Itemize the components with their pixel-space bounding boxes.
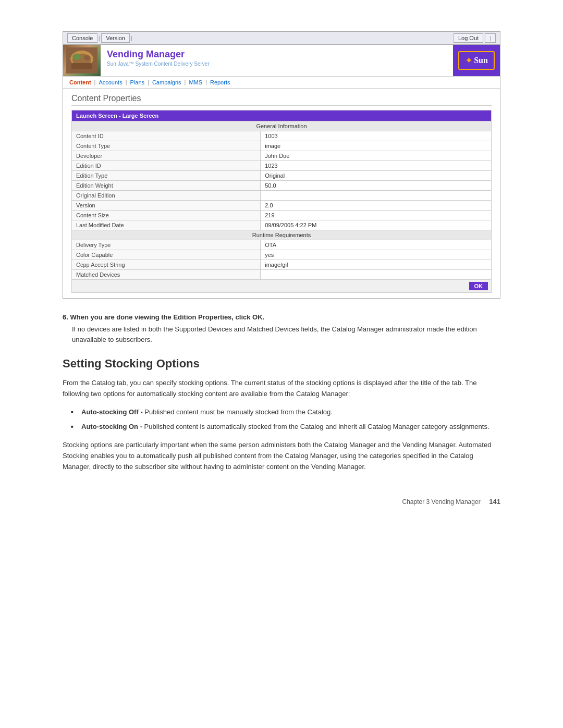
row-label: Content Size [72, 211, 261, 220]
sub-nav: Content | Accounts | Plans | Campaigns |… [63, 77, 500, 89]
table-row: Edition Type Original [72, 171, 492, 181]
row-label: Content Type [72, 141, 261, 151]
ok-cell: OK [72, 280, 492, 293]
intro-paragraph: From the Catalog tab, you can specify st… [63, 378, 500, 400]
svg-point-3 [72, 54, 81, 60]
row-label: Color Capable [72, 250, 261, 260]
sun-logo-box: ✦ Sun [458, 51, 495, 70]
row-label: Delivery Type [72, 240, 261, 250]
svg-rect-5 [71, 63, 92, 69]
instruction-body: If no devices are listed in both the Sup… [72, 324, 500, 344]
bullet-text-0: Published content must be manually stock… [143, 408, 333, 416]
page-footer: Chapter 3 Vending Manager 141 [63, 493, 500, 505]
row-value: 50.0 [261, 181, 492, 191]
row-value: John Doe [261, 151, 492, 161]
row-label: Last Modified Date [72, 220, 261, 230]
row-label: Content ID [72, 131, 261, 141]
ok-button[interactable]: OK [469, 282, 488, 290]
general-info-label: General Information [72, 121, 492, 131]
row-value: Original [261, 171, 492, 181]
nav-console[interactable]: Console [67, 33, 97, 43]
content-properties-title: Content Properties [71, 94, 492, 106]
row-value: 2.0 [261, 201, 492, 211]
ok-row: OK [72, 280, 492, 293]
row-value: 09/09/2005 4:22 PM [261, 220, 492, 230]
row-value: 1003 [261, 131, 492, 141]
row-label: Edition Weight [72, 181, 261, 191]
table-row: Developer John Doe [72, 151, 492, 161]
content-area: Content Properties Launch Screen - Large… [63, 89, 500, 298]
footer-chapter: Chapter 3 Vending Manager [402, 498, 481, 505]
body-content: 6. When you are done viewing the Edition… [63, 313, 500, 505]
row-value: yes [261, 250, 492, 260]
subnav-plans[interactable]: Plans [128, 79, 147, 86]
subnav-mms[interactable]: MMS [187, 79, 204, 86]
subnav-reports[interactable]: Reports [208, 79, 232, 86]
row-value [261, 191, 492, 201]
list-item: Auto-stocking On - Published content is … [73, 422, 500, 433]
row-value: 219 [261, 211, 492, 220]
nav-sep-3: | [485, 33, 496, 43]
header-food-logo [63, 45, 101, 76]
row-value: 1023 [261, 161, 492, 171]
row-label: Original Edition [72, 191, 261, 201]
subnav-content[interactable]: Content [67, 79, 93, 86]
row-value: image [261, 141, 492, 151]
properties-table: Launch Screen - Large Screen General Inf… [71, 110, 492, 293]
instruction-item: 6. When you are done viewing the Edition… [63, 313, 500, 344]
row-label: Ccpp Accept String [72, 260, 261, 270]
app-header: Vending Manager Sun Java™ System Content… [63, 45, 500, 77]
subnav-campaigns[interactable]: Campaigns [150, 79, 183, 86]
bullet-list: Auto-stocking Off - Published content mu… [73, 407, 500, 433]
nav-sep-1: | [97, 35, 101, 41]
closing-paragraph: Stocking options are particularly import… [63, 440, 500, 472]
row-label: Matched Devices [72, 270, 261, 280]
runtime-header: Runtime Requirements [72, 230, 492, 240]
sun-logo-text: Sun [474, 56, 488, 65]
table-row: Edition ID 1023 [72, 161, 492, 171]
table-row: Original Edition [72, 191, 492, 201]
table-row: Last Modified Date 09/09/2005 4:22 PM [72, 220, 492, 230]
list-item: Auto-stocking Off - Published content mu… [73, 407, 500, 418]
row-value: image/gif [261, 260, 492, 270]
table-row: Color Capable yes [72, 250, 492, 260]
runtime-label: Runtime Requirements [72, 230, 492, 240]
svg-point-4 [84, 55, 90, 60]
instruction-text: When you are done viewing the Edition Pr… [70, 313, 264, 321]
table-row: Content ID 1003 [72, 131, 492, 141]
app-subtitle: Sun Java™ System Content Delivery Server [107, 61, 447, 67]
row-label: Edition ID [72, 161, 261, 171]
nav-sep-2: | [130, 35, 133, 41]
sun-star-icon: ✦ [465, 55, 473, 66]
row-label: Version [72, 201, 261, 211]
bullet-bold-0: Auto-stocking Off - [81, 408, 143, 416]
footer-page-number: 141 [489, 498, 500, 505]
row-value [261, 270, 492, 280]
table-row: Content Type image [72, 141, 492, 151]
row-label: Developer [72, 151, 261, 161]
sun-logo-area: ✦ Sun [453, 45, 500, 76]
row-value: OTA [261, 240, 492, 250]
bullet-text-1: Published content is automatically stock… [142, 423, 489, 430]
bullet-bold-1: Auto-stocking On - [81, 423, 142, 430]
row-label: Edition Type [72, 171, 261, 181]
table-section-header: Launch Screen - Large Screen [72, 110, 492, 121]
header-title-area: Vending Manager Sun Java™ System Content… [101, 45, 453, 76]
app-title: Vending Manager [107, 49, 447, 60]
nav-logout[interactable]: Log Out [454, 33, 483, 43]
table-row: Ccpp Accept String image/gif [72, 260, 492, 270]
table-row: Matched Devices [72, 270, 492, 280]
table-row: Edition Weight 50.0 [72, 181, 492, 191]
subnav-accounts[interactable]: Accounts [96, 79, 124, 86]
table-row: Delivery Type OTA [72, 240, 492, 250]
table-row: Content Size 219 [72, 211, 492, 220]
general-info-header: General Information [72, 121, 492, 131]
table-section-title: Launch Screen - Large Screen [72, 110, 492, 121]
top-nav: Console | Version | Log Out | [63, 32, 500, 45]
instruction-number: 6. When you are done viewing the Edition… [63, 313, 500, 321]
table-row: Version 2.0 [72, 201, 492, 211]
nav-version[interactable]: Version [101, 33, 130, 43]
app-screenshot: Console | Version | Log Out | [63, 31, 500, 299]
section-heading: Setting Stocking Options [63, 357, 500, 371]
